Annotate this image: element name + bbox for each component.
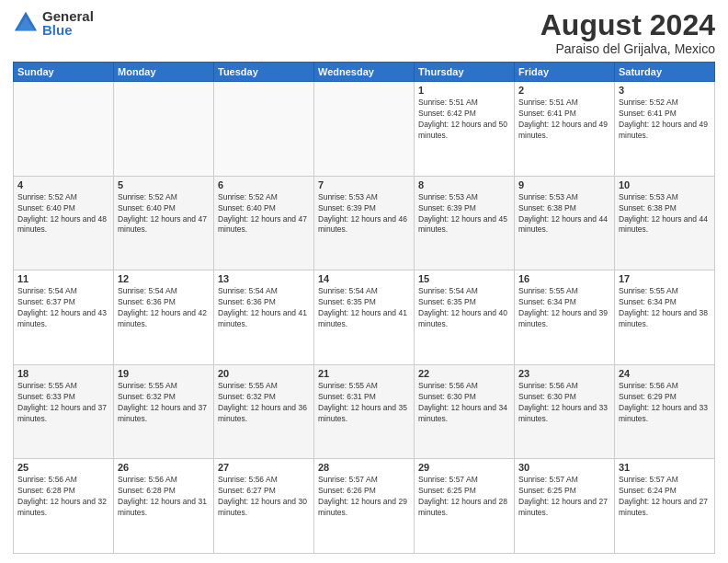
daylight-text: Daylight: 12 hours and 29 minutes. <box>318 497 410 519</box>
cell-2-4: 15Sunrise: 5:54 AMSunset: 6:35 PMDayligh… <box>415 270 515 365</box>
day-number: 12 <box>118 273 210 284</box>
cell-4-3: 28Sunrise: 5:57 AMSunset: 6:26 PMDayligh… <box>314 459 415 554</box>
sunset-text: Sunset: 6:28 PM <box>118 486 210 497</box>
cell-2-2: 13Sunrise: 5:54 AMSunset: 6:36 PMDayligh… <box>214 270 314 365</box>
cell-0-2 <box>214 82 314 177</box>
sunset-text: Sunset: 6:26 PM <box>318 486 410 497</box>
daylight-text: Daylight: 12 hours and 42 minutes. <box>118 308 210 330</box>
sunrise-text: Sunrise: 5:55 AM <box>218 381 310 392</box>
cell-0-1 <box>114 82 214 177</box>
day-number: 3 <box>619 85 711 96</box>
cell-1-0: 4Sunrise: 5:52 AMSunset: 6:40 PMDaylight… <box>14 176 114 270</box>
day-info: Sunrise: 5:54 AMSunset: 6:36 PMDaylight:… <box>218 286 310 330</box>
sunrise-text: Sunrise: 5:55 AM <box>118 381 210 392</box>
sunrise-text: Sunrise: 5:53 AM <box>619 192 711 203</box>
daylight-text: Daylight: 12 hours and 38 minutes. <box>619 308 711 330</box>
daylight-text: Daylight: 12 hours and 27 minutes. <box>619 497 711 519</box>
day-info: Sunrise: 5:55 AMSunset: 6:32 PMDaylight:… <box>218 381 310 425</box>
sunset-text: Sunset: 6:34 PM <box>518 297 610 308</box>
sunrise-text: Sunrise: 5:52 AM <box>218 192 310 203</box>
cell-2-0: 11Sunrise: 5:54 AMSunset: 6:37 PMDayligh… <box>14 270 114 365</box>
day-number: 27 <box>218 462 310 473</box>
day-info: Sunrise: 5:57 AMSunset: 6:24 PMDaylight:… <box>619 475 711 519</box>
day-number: 26 <box>118 462 210 473</box>
day-info: Sunrise: 5:57 AMSunset: 6:25 PMDaylight:… <box>518 475 610 519</box>
week-row-2: 4Sunrise: 5:52 AMSunset: 6:40 PMDaylight… <box>14 176 715 270</box>
day-number: 31 <box>619 462 711 473</box>
day-info: Sunrise: 5:53 AMSunset: 6:39 PMDaylight:… <box>318 192 410 236</box>
sunset-text: Sunset: 6:39 PM <box>418 203 510 214</box>
logo-icon <box>13 10 39 36</box>
cell-0-4: 1Sunrise: 5:51 AMSunset: 6:42 PMDaylight… <box>415 82 515 177</box>
day-info: Sunrise: 5:56 AMSunset: 6:28 PMDaylight:… <box>17 475 109 519</box>
day-number: 13 <box>218 273 310 284</box>
cell-1-3: 7Sunrise: 5:53 AMSunset: 6:39 PMDaylight… <box>314 176 415 270</box>
sunrise-text: Sunrise: 5:52 AM <box>118 192 210 203</box>
cell-3-1: 19Sunrise: 5:55 AMSunset: 6:32 PMDayligh… <box>114 364 214 459</box>
day-number: 16 <box>518 273 610 284</box>
sunrise-text: Sunrise: 5:56 AM <box>619 381 711 392</box>
daylight-text: Daylight: 12 hours and 44 minutes. <box>619 214 711 236</box>
day-number: 9 <box>518 179 610 190</box>
cell-3-5: 23Sunrise: 5:56 AMSunset: 6:30 PMDayligh… <box>515 364 615 459</box>
day-info: Sunrise: 5:56 AMSunset: 6:29 PMDaylight:… <box>619 381 711 425</box>
day-number: 21 <box>318 368 410 379</box>
daylight-text: Daylight: 12 hours and 49 minutes. <box>619 120 711 142</box>
day-info: Sunrise: 5:57 AMSunset: 6:25 PMDaylight:… <box>418 475 510 519</box>
sunset-text: Sunset: 6:33 PM <box>17 392 109 403</box>
day-info: Sunrise: 5:51 AMSunset: 6:42 PMDaylight:… <box>418 98 510 142</box>
day-info: Sunrise: 5:56 AMSunset: 6:27 PMDaylight:… <box>218 475 310 519</box>
sunset-text: Sunset: 6:40 PM <box>17 203 109 214</box>
day-info: Sunrise: 5:56 AMSunset: 6:30 PMDaylight:… <box>518 381 610 425</box>
sunrise-text: Sunrise: 5:57 AM <box>318 475 410 486</box>
week-row-4: 18Sunrise: 5:55 AMSunset: 6:33 PMDayligh… <box>14 364 715 459</box>
day-number: 25 <box>17 462 109 473</box>
day-number: 2 <box>518 85 610 96</box>
day-number: 28 <box>318 462 410 473</box>
sunrise-text: Sunrise: 5:53 AM <box>418 192 510 203</box>
sunset-text: Sunset: 6:42 PM <box>418 109 510 120</box>
day-info: Sunrise: 5:53 AMSunset: 6:38 PMDaylight:… <box>619 192 711 236</box>
col-friday: Friday <box>515 63 615 82</box>
week-row-5: 25Sunrise: 5:56 AMSunset: 6:28 PMDayligh… <box>14 459 715 554</box>
cell-0-6: 3Sunrise: 5:52 AMSunset: 6:41 PMDaylight… <box>615 82 715 177</box>
cell-4-5: 30Sunrise: 5:57 AMSunset: 6:25 PMDayligh… <box>515 459 615 554</box>
sunrise-text: Sunrise: 5:52 AM <box>17 192 109 203</box>
sunrise-text: Sunrise: 5:55 AM <box>619 286 711 297</box>
sunset-text: Sunset: 6:40 PM <box>218 203 310 214</box>
sunset-text: Sunset: 6:35 PM <box>418 297 510 308</box>
day-info: Sunrise: 5:52 AMSunset: 6:41 PMDaylight:… <box>619 98 711 142</box>
daylight-text: Daylight: 12 hours and 34 minutes. <box>418 403 510 425</box>
sunrise-text: Sunrise: 5:52 AM <box>619 98 711 109</box>
sunrise-text: Sunrise: 5:51 AM <box>418 98 510 109</box>
daylight-text: Daylight: 12 hours and 37 minutes. <box>17 403 109 425</box>
calendar-header: Sunday Monday Tuesday Wednesday Thursday… <box>14 63 715 82</box>
cell-0-3 <box>314 82 415 177</box>
cell-1-1: 5Sunrise: 5:52 AMSunset: 6:40 PMDaylight… <box>114 176 214 270</box>
header: General Blue August 2024 Paraiso del Gri… <box>13 9 715 56</box>
sunset-text: Sunset: 6:39 PM <box>318 203 410 214</box>
daylight-text: Daylight: 12 hours and 28 minutes. <box>418 497 510 519</box>
sunrise-text: Sunrise: 5:54 AM <box>318 286 410 297</box>
cell-3-6: 24Sunrise: 5:56 AMSunset: 6:29 PMDayligh… <box>615 364 715 459</box>
cell-4-1: 26Sunrise: 5:56 AMSunset: 6:28 PMDayligh… <box>114 459 214 554</box>
daylight-text: Daylight: 12 hours and 39 minutes. <box>518 308 610 330</box>
cell-3-4: 22Sunrise: 5:56 AMSunset: 6:30 PMDayligh… <box>415 364 515 459</box>
cell-2-1: 12Sunrise: 5:54 AMSunset: 6:36 PMDayligh… <box>114 270 214 365</box>
sunset-text: Sunset: 6:41 PM <box>518 109 610 120</box>
day-info: Sunrise: 5:53 AMSunset: 6:39 PMDaylight:… <box>418 192 510 236</box>
daylight-text: Daylight: 12 hours and 43 minutes. <box>17 308 109 330</box>
day-number: 22 <box>418 368 510 379</box>
sunset-text: Sunset: 6:27 PM <box>218 486 310 497</box>
sunset-text: Sunset: 6:25 PM <box>418 486 510 497</box>
day-number: 14 <box>318 273 410 284</box>
daylight-text: Daylight: 12 hours and 33 minutes. <box>518 403 610 425</box>
day-info: Sunrise: 5:55 AMSunset: 6:34 PMDaylight:… <box>518 286 610 330</box>
logo-general-text: General <box>42 9 94 23</box>
location: Paraiso del Grijalva, Mexico <box>540 41 715 56</box>
sunrise-text: Sunrise: 5:57 AM <box>418 475 510 486</box>
daylight-text: Daylight: 12 hours and 46 minutes. <box>318 214 410 236</box>
sunrise-text: Sunrise: 5:53 AM <box>318 192 410 203</box>
daylight-text: Daylight: 12 hours and 41 minutes. <box>318 308 410 330</box>
daylight-text: Daylight: 12 hours and 35 minutes. <box>318 403 410 425</box>
